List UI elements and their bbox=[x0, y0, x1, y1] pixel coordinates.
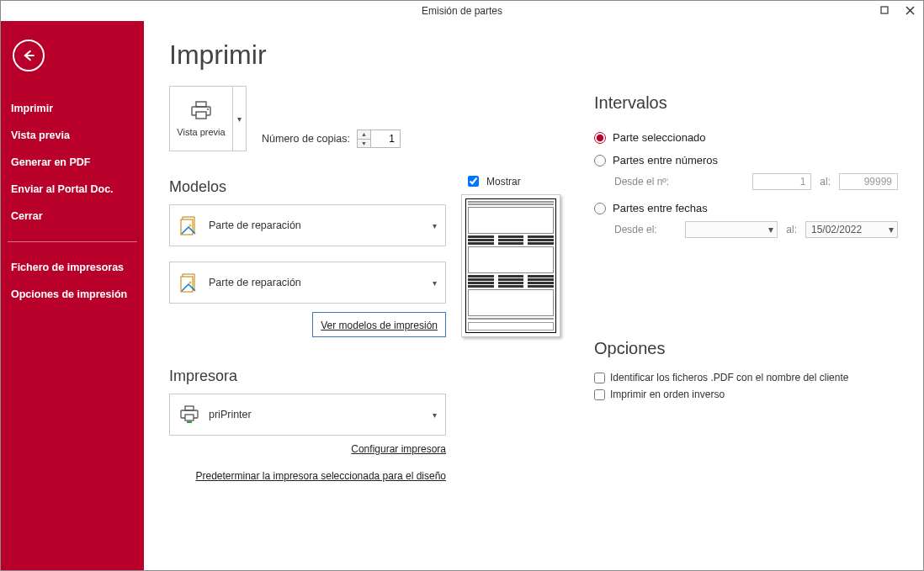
back-button[interactable] bbox=[13, 40, 45, 71]
svg-rect-6 bbox=[196, 112, 206, 119]
modelo-select-1[interactable]: Parte de reparación ▾ bbox=[169, 204, 446, 246]
nav-cerrar[interactable]: Cerrar bbox=[1, 203, 144, 230]
configurar-impresora-link[interactable]: Configurar impresora bbox=[351, 443, 446, 455]
nav-enviar-portal[interactable]: Enviar al Portal Doc. bbox=[1, 176, 144, 203]
hasta-num-input[interactable] bbox=[839, 173, 898, 190]
preview-button-label: Vista previa bbox=[177, 127, 225, 137]
nav-separator bbox=[8, 241, 137, 242]
impresora-heading: Impresora bbox=[169, 367, 446, 385]
titlebar: Emisión de partes bbox=[1, 1, 923, 21]
radio-parte-seleccionado[interactable] bbox=[594, 132, 606, 144]
modelos-heading: Modelos bbox=[169, 178, 446, 196]
radio-label: Partes entre números bbox=[613, 154, 718, 167]
svg-rect-0 bbox=[881, 7, 888, 13]
printer-name: priPrinter bbox=[209, 409, 252, 420]
printer-icon bbox=[189, 100, 214, 124]
al-label-2: al: bbox=[786, 224, 797, 235]
modelo-select-2[interactable]: Parte de reparación ▾ bbox=[169, 262, 446, 304]
chk-orden-inverso[interactable] bbox=[594, 389, 605, 400]
nav-vista-previa[interactable]: Vista previa bbox=[1, 122, 144, 149]
hasta-fecha-value: 15/02/2022 bbox=[811, 224, 862, 235]
desde-num-input[interactable] bbox=[752, 173, 811, 190]
nav-fichero-impresoras[interactable]: Fichero de impresoras bbox=[1, 254, 144, 281]
chevron-down-icon: ▾ bbox=[433, 410, 437, 420]
svg-rect-5 bbox=[196, 102, 206, 107]
chevron-down-icon: ▾ bbox=[889, 224, 894, 235]
nav-label: Imprimir bbox=[11, 103, 53, 114]
radio-partes-numeros[interactable] bbox=[594, 155, 606, 167]
radio-label: Parte seleccionado bbox=[613, 131, 706, 144]
nav-label: Enviar al Portal Doc. bbox=[11, 183, 114, 195]
ver-modelos-link[interactable]: Ver modelos de impresión bbox=[312, 312, 446, 337]
chevron-down-icon: ▾ bbox=[433, 221, 437, 230]
copies-spinner[interactable]: ▲ ▼ bbox=[357, 130, 401, 148]
predeterminar-impresora-link[interactable]: Predeterminar la impresora seleccionada … bbox=[196, 470, 447, 482]
al-label: al: bbox=[820, 176, 831, 188]
nav-imprimir[interactable]: Imprimir bbox=[1, 95, 144, 122]
copies-input[interactable] bbox=[371, 130, 400, 147]
link-label: Ver modelos de impresión bbox=[321, 320, 438, 331]
chevron-down-icon: ▾ bbox=[768, 224, 773, 235]
hasta-fecha-select[interactable]: 15/02/2022▾ bbox=[805, 221, 898, 238]
chevron-down-icon: ▾ bbox=[433, 278, 437, 288]
svg-rect-16 bbox=[185, 415, 194, 420]
close-button[interactable] bbox=[900, 3, 920, 18]
modelo-label: Parte de reparación bbox=[209, 219, 301, 231]
modelo-label: Parte de reparación bbox=[209, 277, 301, 288]
svg-rect-17 bbox=[187, 421, 192, 423]
spinner-down-icon[interactable]: ▼ bbox=[358, 140, 370, 148]
window-title: Emisión de partes bbox=[422, 5, 502, 17]
svg-point-7 bbox=[207, 108, 209, 110]
nav-label: Vista previa bbox=[11, 130, 70, 141]
svg-point-13 bbox=[189, 282, 192, 284]
intervalos-heading: Intervalos bbox=[594, 93, 898, 113]
radio-label: Partes entre fechas bbox=[613, 202, 708, 214]
maximize-button[interactable] bbox=[874, 3, 895, 18]
document-preview bbox=[461, 194, 560, 337]
checkbox-label: Imprimir en orden inverso bbox=[610, 389, 725, 400]
printer-icon bbox=[178, 405, 200, 424]
nav-label: Opciones de impresión bbox=[11, 288, 127, 300]
desde-num-label: Desde el nº: bbox=[614, 176, 669, 188]
spinner-up-icon[interactable]: ▲ bbox=[358, 130, 370, 140]
desde-fecha-label: Desde el: bbox=[614, 224, 657, 235]
opciones-heading: Opciones bbox=[594, 339, 898, 358]
radio-partes-fechas[interactable] bbox=[594, 203, 606, 214]
nav-label: Fichero de impresoras bbox=[11, 262, 124, 273]
page-title: Imprimir bbox=[169, 40, 560, 71]
document-icon bbox=[178, 214, 200, 236]
desde-fecha-select[interactable]: ▾ bbox=[685, 221, 778, 238]
checkbox-label: Identificar los ficheros .PDF con el nom… bbox=[610, 372, 848, 383]
printer-select[interactable]: priPrinter ▾ bbox=[169, 394, 446, 436]
preview-dropdown-caret[interactable]: ▾ bbox=[232, 87, 246, 151]
mostrar-label: Mostrar bbox=[486, 176, 521, 188]
copies-label: Número de copias: bbox=[262, 133, 350, 145]
svg-point-10 bbox=[189, 225, 192, 227]
svg-rect-15 bbox=[185, 406, 194, 410]
nav-opciones-impresion[interactable]: Opciones de impresión bbox=[1, 281, 144, 308]
document-icon bbox=[178, 272, 200, 293]
sidebar: Imprimir Vista previa Generar en PDF Env… bbox=[1, 21, 144, 570]
chk-pdf-nombre-cliente[interactable] bbox=[594, 373, 605, 383]
mostrar-checkbox[interactable] bbox=[468, 176, 479, 187]
vista-previa-button[interactable]: Vista previa ▾ bbox=[169, 86, 247, 151]
nav-label: Cerrar bbox=[11, 210, 43, 222]
nav-label: Generar en PDF bbox=[11, 156, 90, 168]
nav-generar-pdf[interactable]: Generar en PDF bbox=[1, 149, 144, 176]
